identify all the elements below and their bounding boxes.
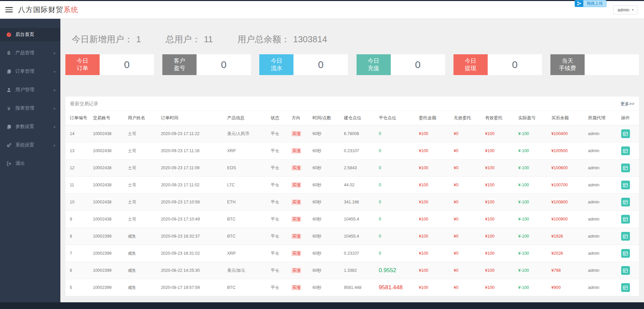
sidebar-item-logout[interactable]: 退出 ▸: [0, 157, 60, 170]
sidebar-item-params[interactable]: 参数设置 ▸: [0, 120, 60, 133]
cell-name: 土哥: [126, 160, 160, 177]
more-link[interactable]: 更多>>: [621, 101, 634, 107]
cell-product: EOS: [226, 160, 269, 177]
cell-open: 6.78008: [342, 125, 377, 142]
menu-toggle-icon[interactable]: [5, 7, 13, 12]
summary-stats: 今日新增用户：1 总用户：11 用户总余额：1303814: [72, 34, 639, 45]
caret-down-icon: ▾: [632, 8, 634, 12]
cell-balance: ¥100600: [550, 160, 587, 177]
brand-text: 八方国际财贸: [18, 6, 63, 13]
stat-total-users: 总用户：11: [166, 34, 213, 44]
cell-duration: 60秒: [311, 160, 343, 177]
cell-op: [620, 262, 639, 279]
direction-badge: 买涨: [291, 251, 301, 256]
sidebar-item-orders[interactable]: 订单管理 ▸: [0, 65, 60, 78]
cell-duration: 60秒: [311, 211, 343, 228]
cell-balance: ¥100700: [550, 177, 587, 194]
cell-op: [620, 279, 639, 296]
cell-status: 平仓: [269, 262, 290, 279]
sidebar-item-users[interactable]: 用户管理 ▸: [0, 83, 60, 97]
cell-amount: ¥100: [418, 194, 452, 211]
cell-valid: ¥100: [484, 194, 517, 211]
cell-op: [620, 211, 639, 228]
cell-product: 美元/人民币: [226, 125, 269, 142]
column-header: 无效委托: [452, 111, 484, 125]
stat-new-users: 今日新增用户：1: [72, 34, 141, 44]
drag-upload-widget[interactable]: 拖拽上传: [575, 0, 606, 7]
cell-account: 10002399: [92, 262, 126, 279]
view-order-button[interactable]: [621, 232, 630, 241]
cell-name: 咸鱼: [126, 228, 160, 245]
cell-valid: ¥100: [484, 142, 517, 160]
cell-id: 8: [65, 228, 92, 245]
view-order-button[interactable]: [621, 198, 630, 206]
sidebar-item-system[interactable]: 系统设置 ▸: [0, 138, 60, 152]
stat-card-label: 今日充值: [357, 54, 391, 75]
cell-product: ETH: [226, 194, 269, 211]
table-row: 1410002438土哥2020-09-23 17:11:22美元/人民币平仓买…: [65, 125, 639, 142]
svg-text:B: B: [7, 51, 10, 56]
cell-agent: admin: [587, 262, 620, 279]
view-order-button[interactable]: [621, 146, 630, 155]
view-order-button[interactable]: [621, 266, 630, 275]
cell-agent: admin: [587, 211, 620, 228]
page-title: 八方国际财贸系统: [18, 5, 78, 14]
user-icon: [6, 87, 12, 93]
view-order-button[interactable]: [621, 283, 630, 292]
column-header: 方向: [290, 111, 311, 125]
cell-duration: 60秒: [311, 245, 343, 262]
app-header: 八方国际财贸系统 拖拽上传 admin ▾: [0, 1, 644, 19]
cell-close: 9581.448: [377, 279, 418, 296]
view-order-button[interactable]: [621, 164, 630, 172]
bitcoin-icon: B: [6, 50, 12, 56]
cell-balance: ¥798: [550, 262, 587, 279]
cell-invalid: ¥0: [452, 279, 484, 296]
stat-card-label: 当天手续费: [550, 54, 585, 75]
stat-card-today-withdraw: 今日提现 0: [453, 54, 542, 75]
column-header: 交易账号: [92, 111, 126, 125]
cell-name: 土哥: [126, 125, 160, 142]
cell-duration: 60秒: [311, 194, 343, 211]
cell-time: 2020-09-23 16:32:37: [160, 228, 226, 245]
chevron-right-icon: ▸: [54, 69, 56, 74]
cell-account: 10002438: [92, 125, 126, 142]
view-order-button[interactable]: [621, 181, 630, 189]
view-order-button[interactable]: [621, 215, 630, 224]
column-header: 产品信息: [226, 111, 269, 125]
cell-valid: ¥100: [484, 262, 517, 279]
stat-card-today-fee: 当天手续费: [550, 54, 639, 75]
cell-invalid: ¥0: [452, 194, 484, 211]
cell-direction: 买涨: [290, 211, 311, 228]
view-order-button[interactable]: [621, 129, 630, 138]
stat-card-value: 0: [391, 54, 445, 75]
column-header: 建仓点位: [342, 111, 377, 125]
cell-agent: admin: [587, 228, 620, 245]
sidebar-item-reports[interactable]: ¥ 报表管理 ▸: [0, 102, 60, 115]
sidebar-item-products[interactable]: B 产品管理 ▸: [0, 46, 60, 60]
column-header: 用户姓名: [126, 111, 160, 125]
cell-product: BTC: [226, 228, 269, 245]
cell-direction: 买涨: [290, 142, 311, 160]
cell-id: 10: [65, 194, 92, 211]
cell-amount: ¥100: [418, 177, 452, 194]
main-content: 今日新增用户：1 总用户：11 用户总余额：1303814 今日订单 0 客户盈…: [60, 19, 644, 302]
latest-trades-panel: 最新交易记录 更多>> 订单编号交易账号用户姓名订单时间产品信息状态方向时间/点…: [65, 97, 639, 296]
cell-id: 13: [65, 142, 92, 160]
cell-valid: ¥100: [484, 228, 517, 245]
cell-balance: ¥900: [550, 279, 587, 296]
cell-open: 0.23107: [342, 245, 377, 262]
cell-product: BTC: [226, 279, 269, 296]
cell-invalid: ¥0: [452, 160, 484, 177]
user-dropdown[interactable]: admin ▾: [613, 5, 638, 14]
stat-total-balance: 用户总余额：1303814: [237, 34, 327, 44]
cell-close: 0: [377, 228, 418, 245]
cell-invalid: ¥0: [452, 245, 484, 262]
sidebar-item-home[interactable]: 后台首页 ▸: [0, 28, 60, 41]
column-header: 平仓点位: [377, 111, 418, 125]
dashboard-icon: [6, 32, 12, 38]
direction-badge: 买涨: [291, 165, 301, 171]
view-order-button[interactable]: [621, 249, 630, 258]
share-nodes-icon: [575, 0, 583, 7]
cell-agent: admin: [587, 160, 620, 177]
cell-status: 平仓: [269, 228, 290, 245]
